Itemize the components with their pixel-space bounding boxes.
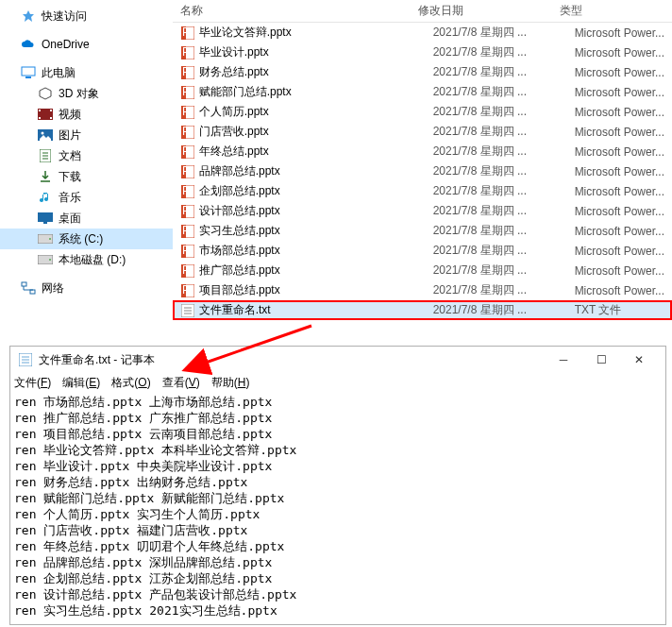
sidebar-item-label: 下载 [59,169,81,185]
svg-text:P: P [182,46,190,59]
file-name: 个人简历.pptx [199,104,433,120]
ppt-icon: P [180,125,195,140]
file-date: 2021/7/8 星期四 ... [433,203,575,219]
ppt-icon: P [180,263,195,279]
sidebar-item-label: 此电脑 [42,65,76,81]
ppt-icon: P [180,283,195,298]
svg-rect-5 [39,117,41,119]
ppt-icon: P [180,164,195,179]
file-row[interactable]: P设计部总结.pptx2021/7/8 星期四 ...Microsoft Pow… [173,201,672,221]
sidebar-item[interactable]: 3D 对象 [0,83,173,104]
notepad-body[interactable]: ren 市场部总结.pptx 上海市场部总结.pptx ren 推广部总结.pp… [10,392,665,620]
column-name[interactable]: 名称 [173,3,418,19]
sidebar-item[interactable]: 本地磁盘 (D:) [0,249,173,270]
file-type: Microsoft Power... [575,46,672,59]
notepad-icon [18,352,33,367]
sidebar-item[interactable]: 系统 (C:) [0,229,173,249]
txt-icon [180,303,195,318]
file-name: 品牌部总结.pptx [199,163,433,179]
sidebar-item[interactable]: 下载 [0,166,173,187]
sidebar-item-label: 文档 [59,148,81,164]
menu-item[interactable]: 格式(O) [111,375,150,391]
sidebar-item-label: 本地磁盘 (D:) [59,252,126,268]
file-row[interactable]: P实习生总结.pptx2021/7/8 星期四 ...Microsoft Pow… [173,221,672,241]
sidebar-item[interactable]: 此电脑 [0,62,173,83]
video-icon [38,107,53,122]
file-row[interactable]: P项目部总结.pptx2021/7/8 星期四 ...Microsoft Pow… [173,280,672,300]
file-row[interactable]: P毕业设计.pptx2021/7/8 星期四 ...Microsoft Powe… [173,42,672,62]
file-type: Microsoft Power... [575,106,672,119]
menu-item[interactable]: 文件(F) [14,375,51,391]
file-name: 设计部总结.pptx [199,203,433,219]
file-name: 毕业论文答辩.pptx [199,25,433,41]
sidebar-item-label: OneDrive [42,38,90,51]
file-row[interactable]: P市场部总结.pptx2021/7/8 星期四 ...Microsoft Pow… [173,241,672,261]
menu-item[interactable]: 编辑(E) [62,375,100,391]
svg-text:P: P [182,126,190,138]
sidebar-item[interactable]: 桌面 [0,208,173,229]
download-icon [38,169,53,184]
sidebar-item[interactable]: 图片 [0,125,173,145]
svg-rect-21 [30,290,35,294]
file-date: 2021/7/8 星期四 ... [433,44,575,60]
file-date: 2021/7/8 星期四 ... [433,282,575,298]
column-date[interactable]: 修改日期 [418,3,560,19]
file-row[interactable]: P年终总结.pptx2021/7/8 星期四 ...Microsoft Powe… [173,142,672,161]
ppt-icon: P [180,85,195,100]
file-type: Microsoft Power... [575,245,672,258]
svg-point-17 [49,238,51,240]
file-row[interactable]: P推广部总结.pptx2021/7/8 星期四 ...Microsoft Pow… [173,261,672,280]
music-icon [38,190,53,205]
svg-text:P: P [182,284,190,297]
list-header: 名称 修改日期 类型 [173,0,672,23]
list-body: P毕业论文答辩.pptx2021/7/8 星期四 ...Microsoft Po… [173,23,672,320]
sidebar-item[interactable]: 音乐 [0,187,173,208]
sidebar-item[interactable]: OneDrive [0,34,173,55]
svg-rect-15 [43,222,47,224]
ppt-icon: P [180,45,195,60]
sidebar-item-label: 系统 (C:) [59,231,103,247]
file-type: Microsoft Power... [575,205,672,218]
file-row[interactable]: P个人简历.pptx2021/7/8 星期四 ...Microsoft Powe… [173,102,672,122]
sidebar-item[interactable]: 网络 [0,278,173,298]
file-type: Microsoft Power... [575,145,672,159]
close-button[interactable]: ✕ [620,347,658,373]
svg-point-19 [49,259,51,261]
menu-item[interactable]: 帮助(H) [211,375,250,391]
sidebar-item-label: 网络 [42,280,64,297]
drive-icon [38,252,53,267]
file-date: 2021/7/8 星期四 ... [433,64,575,80]
file-row[interactable]: 文件重命名.txt2021/7/8 星期四 ...TXT 文件 [173,300,672,320]
svg-marker-0 [23,10,34,22]
sidebar: 快速访问OneDrive此电脑3D 对象视频图片文档下载音乐桌面系统 (C:)本… [0,0,173,340]
file-row[interactable]: P毕业论文答辩.pptx2021/7/8 星期四 ...Microsoft Po… [173,23,672,42]
minimize-button[interactable]: ─ [545,347,582,373]
maximize-button[interactable]: ☐ [582,347,620,373]
file-row[interactable]: P门店营收.pptx2021/7/8 星期四 ...Microsoft Powe… [173,122,672,142]
ppt-icon: P [180,25,195,41]
notepad-titlebar[interactable]: 文件重命名.txt - 记事本 ─ ☐ ✕ [10,347,665,373]
file-date: 2021/7/8 星期四 ... [433,144,575,160]
sidebar-item-label: 快速访问 [42,8,87,25]
sidebar-item[interactable]: 快速访问 [0,6,173,26]
svg-text:P: P [182,205,190,217]
doc-icon [38,148,53,163]
sidebar-item[interactable]: 视频 [0,104,173,125]
menu-item[interactable]: 查看(V) [162,375,200,391]
svg-rect-20 [22,282,26,286]
file-date: 2021/7/8 星期四 ... [433,243,575,259]
svg-text:P: P [182,264,190,277]
file-type: Microsoft Power... [575,66,672,79]
file-row[interactable]: P赋能部门总结.pptx2021/7/8 星期四 ...Microsoft Po… [173,82,672,102]
svg-text:P: P [182,145,190,158]
file-name: 推广部总结.pptx [199,263,433,279]
column-type[interactable]: 类型 [560,3,672,19]
file-type: TXT 文件 [575,302,672,318]
file-row[interactable]: P企划部总结.pptx2021/7/8 星期四 ...Microsoft Pow… [173,181,672,201]
sidebar-item-label: 音乐 [59,190,81,206]
svg-text:P: P [182,225,190,237]
file-name: 年终总结.pptx [199,144,433,160]
file-row[interactable]: P财务总结.pptx2021/7/8 星期四 ...Microsoft Powe… [173,62,672,82]
sidebar-item[interactable]: 文档 [0,145,173,166]
file-row[interactable]: P品牌部总结.pptx2021/7/8 星期四 ...Microsoft Pow… [173,161,672,181]
